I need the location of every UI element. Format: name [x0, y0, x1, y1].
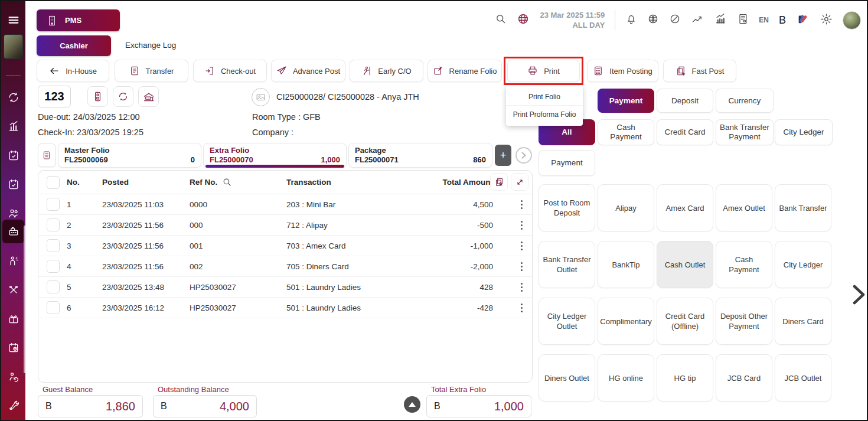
room-number-box[interactable]: 123: [38, 86, 71, 107]
search-icon[interactable]: [495, 13, 507, 27]
filter-tab-city-ledger[interactable]: City Ledger: [775, 119, 833, 145]
line-chart-icon[interactable]: [691, 13, 704, 27]
row-checkbox[interactable]: [47, 198, 60, 211]
payment-method[interactable]: Amex Card: [657, 184, 713, 231]
add-folio-button[interactable]: +: [495, 145, 511, 166]
row-checkbox[interactable]: [47, 280, 60, 293]
select-all-checkbox[interactable]: [47, 176, 60, 189]
row-menu-kebab-icon[interactable]: [510, 241, 533, 250]
payment-method[interactable]: Diners Outlet: [539, 354, 595, 402]
mode-tab-currency[interactable]: Currency: [716, 89, 774, 113]
folio-doc-button[interactable]: [38, 143, 56, 167]
sync-room-button[interactable]: [113, 86, 133, 107]
payment-method[interactable]: City Ledger: [775, 241, 831, 288]
rename-folio-button[interactable]: Rename Folio: [428, 60, 502, 82]
room-status-button[interactable]: [138, 86, 159, 107]
schedule-icon[interactable]: [1, 336, 25, 360]
maintenance-tools-icon[interactable]: [1, 278, 25, 302]
row-menu-kebab-icon[interactable]: [510, 262, 533, 271]
row-menu-kebab-icon[interactable]: [510, 200, 533, 209]
payment-method[interactable]: JCB Card: [716, 354, 772, 402]
payment-method[interactable]: Deposit Other Payment: [716, 298, 772, 345]
tab-cashier[interactable]: Cashier: [37, 35, 111, 56]
payment-method[interactable]: City Ledger Outlet: [539, 298, 595, 345]
ref-search-icon[interactable]: [222, 177, 232, 187]
row-checkbox[interactable]: [47, 239, 60, 252]
panel-next-chevron-icon[interactable]: [851, 283, 867, 308]
payment-method[interactable]: Post to Room Deposit: [539, 184, 595, 231]
sync-icon[interactable]: [1, 86, 25, 109]
guest-photo-placeholder[interactable]: [252, 88, 270, 106]
sub-tab-payment[interactable]: Payment: [539, 150, 595, 176]
early-co-button[interactable]: Early C/O: [350, 60, 423, 82]
filter-tab-cash-payment[interactable]: Cash Payment: [598, 119, 654, 145]
currency-network-icon[interactable]: [647, 13, 659, 27]
mode-tab-deposit[interactable]: Deposit: [657, 89, 713, 113]
mode-tab-payment[interactable]: Payment: [598, 89, 654, 113]
payment-method[interactable]: Bank Transfer Outlet: [539, 241, 595, 288]
payment-method[interactable]: Alipay: [598, 184, 654, 231]
menu-item-print-folio[interactable]: Print Folio: [506, 88, 583, 106]
folio-tab-package[interactable]: Package FL25000071 860: [348, 143, 492, 168]
row-menu-kebab-icon[interactable]: [510, 303, 533, 312]
calendar-check-icon[interactable]: [1, 143, 25, 167]
housekeeping-icon[interactable]: [1, 249, 25, 273]
filter-tab-credit-card[interactable]: Credit Card: [657, 119, 713, 145]
payment-method[interactable]: Diners Card: [775, 298, 831, 345]
payment-method-selected[interactable]: Cash Outlet: [657, 241, 713, 288]
check-out-button[interactable]: Check-out: [193, 60, 267, 82]
hamburger-menu-icon[interactable]: [1, 8, 25, 32]
folio-next-button[interactable]: [515, 147, 532, 164]
folio-tab-extra[interactable]: Extra Folio FL25000070 1,000: [203, 143, 347, 168]
language-selector[interactable]: EN: [759, 16, 769, 24]
folio-tab-master[interactable]: Master Folio FL25000069 0: [58, 143, 201, 168]
settings-gear-icon[interactable]: [820, 13, 833, 28]
table-row[interactable]: 4 23/03/2025 11:56 002 705 : Diners Card…: [38, 256, 532, 277]
speedometer-icon[interactable]: [669, 13, 681, 27]
statistics-icon[interactable]: [1, 115, 25, 138]
payment-method[interactable]: Bank Transfer: [775, 184, 831, 231]
table-row[interactable]: 3 23/03/2025 11:56 001 703 : Amex Card -…: [38, 236, 532, 256]
payment-method[interactable]: Credit Card (Offline): [657, 298, 713, 345]
datetime-display[interactable]: 23 Mar 2025 11:59 ALL DAY: [540, 10, 605, 30]
currency-selector[interactable]: B: [779, 14, 786, 27]
collapse-up-button[interactable]: [404, 396, 420, 413]
row-menu-kebab-icon[interactable]: [510, 283, 533, 292]
wrench-gear-icon[interactable]: [1, 394, 25, 417]
transfer-button[interactable]: Transfer: [115, 60, 188, 82]
expand-button[interactable]: [511, 173, 528, 191]
payment-method[interactable]: HG tip: [657, 354, 713, 402]
in-house-button[interactable]: In-House: [37, 60, 109, 82]
table-row[interactable]: 1 23/03/2025 11:03 0000 203 : Mini Bar 4…: [38, 194, 532, 215]
pms-home-button[interactable]: PMS: [37, 9, 120, 31]
tab-exchange-log[interactable]: Exchange Log: [125, 41, 176, 50]
payment-method[interactable]: Cash Payment: [716, 241, 772, 288]
copy-documents-button[interactable]: [490, 173, 508, 191]
item-posting-button[interactable]: Item Posting: [587, 60, 658, 82]
row-menu-kebab-icon[interactable]: [510, 221, 533, 230]
calendar-check-alt-icon[interactable]: [1, 172, 25, 196]
notifications-bell-icon[interactable]: [625, 13, 637, 27]
payment-method[interactable]: JCB Outlet: [775, 354, 831, 402]
cashier-register-icon[interactable]: [2, 220, 24, 243]
profile-sync-icon[interactable]: [1, 365, 25, 389]
filter-tab-bank-transfer-payment[interactable]: Bank Transfer Payment: [716, 119, 774, 145]
fast-post-button[interactable]: Fast Post: [663, 60, 736, 82]
payment-method[interactable]: BankTip: [598, 241, 654, 288]
bar-chart-icon[interactable]: [714, 13, 727, 27]
row-checkbox[interactable]: [47, 260, 60, 273]
print-button[interactable]: Print: [507, 60, 580, 82]
payment-method[interactable]: HG online: [598, 354, 654, 402]
advance-post-button[interactable]: Advance Post: [271, 60, 345, 82]
theme-palette-icon[interactable]: [796, 12, 810, 28]
report-document-icon[interactable]: [737, 13, 749, 27]
user-avatar[interactable]: [843, 11, 861, 30]
keycard-button[interactable]: [87, 86, 108, 107]
row-checkbox[interactable]: [47, 218, 60, 231]
table-row[interactable]: 6 23/03/2025 16:12 HP25030027 501 : Laun…: [38, 298, 532, 318]
menu-item-print-proforma-folio[interactable]: Print Proforma Folio: [506, 106, 583, 123]
gift-icon[interactable]: [1, 307, 25, 331]
hotel-photo-thumbnail[interactable]: [4, 34, 23, 59]
globe-stats-icon[interactable]: [517, 12, 530, 28]
table-row[interactable]: 2 23/03/2025 11:56 000 712 : Alipay -500: [38, 215, 532, 236]
